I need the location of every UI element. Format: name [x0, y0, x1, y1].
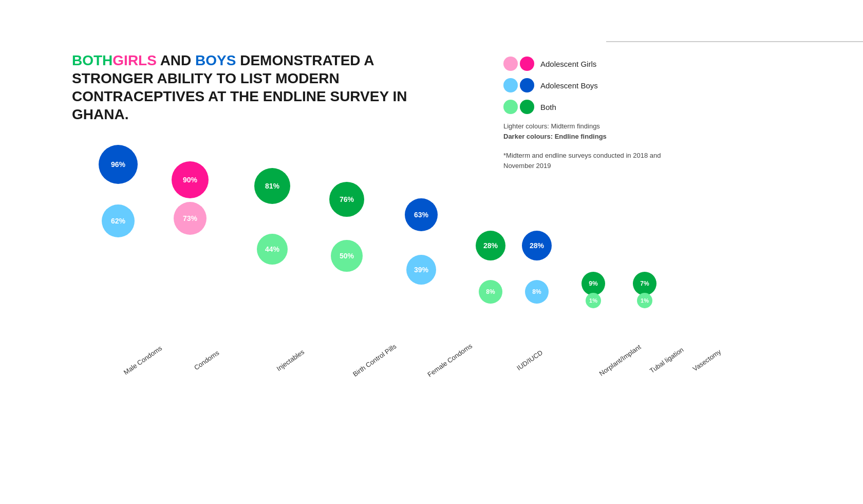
title-and: AND: [157, 52, 195, 68]
legend-label-both: Both: [540, 103, 556, 111]
legend-circle-boys-dark: [520, 78, 534, 92]
bubble-norplant-dark: 9%: [581, 272, 605, 295]
legend-label-boys: Adolescent Boys: [540, 81, 598, 90]
x-label-tubal: Tubal ligation: [648, 346, 685, 375]
title-both: BOTH: [72, 52, 112, 68]
page-container: BOTHGIRLS AND BOYS DEMONSTRATED A STRONG…: [0, 0, 863, 504]
x-label-birth-control-pills: Birth Control Pills: [351, 342, 398, 378]
bubble-birth-control-both-dark: 76%: [329, 182, 364, 217]
bubble-female-condoms-boys-light: 39%: [406, 255, 436, 285]
bubble-birth-control-both-light: 50%: [331, 240, 363, 272]
bubble-tubal-dark: 7%: [633, 272, 656, 295]
top-divider: [606, 41, 863, 42]
x-label-female-condoms: Female Condoms: [426, 342, 474, 379]
x-label-vasectomy: Vasectomy: [691, 348, 722, 373]
legend-circle-both-light: [503, 100, 518, 114]
bubble-iud-boys-light: 8%: [525, 280, 549, 304]
legend-footnote: *Midterm and endline surveys conducted i…: [503, 151, 668, 171]
legend-circle-both-dark: [520, 100, 534, 114]
legend-item-boys: Adolescent Boys: [503, 78, 668, 92]
legend-circles-both: [503, 100, 534, 114]
bubble-norplant-light: 1%: [586, 293, 601, 308]
title-boys: BOYS: [195, 52, 236, 68]
bubble-condoms-girls-light: 73%: [174, 202, 207, 235]
x-label-male-condoms: Male Condoms: [122, 344, 163, 376]
bubble-iud-both-light: 8%: [479, 280, 502, 304]
bubble-injectables-both-dark: 81%: [254, 168, 290, 204]
x-label-injectables: Injectables: [275, 348, 306, 372]
bubble-tubal-light: 1%: [637, 293, 652, 308]
legend-circles-girls: [503, 57, 534, 71]
title-girls: GIRLS: [112, 52, 157, 68]
legend-circle-girls-dark: [520, 57, 534, 71]
x-label-condoms: Condoms: [193, 349, 220, 371]
bubble-female-condoms-boys-dark: 63%: [405, 198, 438, 231]
legend-circle-girls-light: [503, 57, 518, 71]
legend-note: Lighter colours: Midterm findings Darker…: [503, 121, 668, 141]
legend-item-both: Both: [503, 100, 668, 114]
bubble-male-condoms-boys-dark: 96%: [99, 145, 138, 184]
legend-circles-boys: [503, 78, 534, 92]
legend-item-girls: Adolescent Girls: [503, 57, 668, 71]
chart-area: 96%62%90%73%81%44%76%50%63%39%28%28%8%8%…: [51, 103, 488, 421]
bubble-male-condoms-boys-light: 62%: [102, 204, 135, 237]
bubble-iud-boys-dark: 28%: [522, 231, 552, 260]
legend-area: Adolescent Girls Adolescent Boys Both Li…: [503, 57, 668, 171]
bubble-condoms-girls-dark: 90%: [172, 161, 209, 198]
bubble-iud-both-dark: 28%: [476, 231, 505, 260]
legend-circle-boys-light: [503, 78, 518, 92]
legend-note-dark: Darker colours: Endline findings: [503, 133, 607, 140]
x-label-iud: IUD/IUCD: [515, 348, 544, 371]
legend-note-light: Lighter colours: Midterm findings: [503, 122, 600, 130]
bubble-injectables-both-light: 44%: [257, 234, 288, 265]
legend-label-girls: Adolescent Girls: [540, 60, 596, 68]
x-label-norplant: Norplant/Implant: [598, 343, 643, 378]
